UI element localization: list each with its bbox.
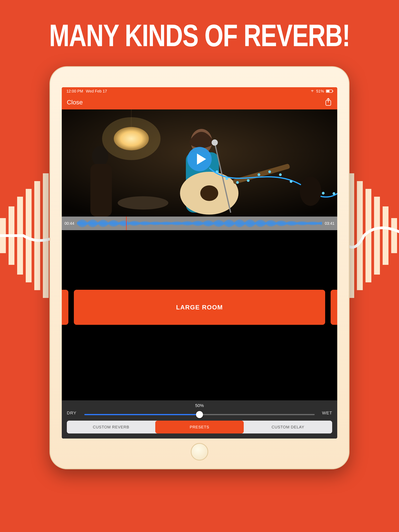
svg-rect-8 [366, 189, 371, 282]
svg-rect-9 [374, 197, 380, 275]
svg-point-34 [279, 173, 282, 176]
mix-slider-wet-label: WET [322, 411, 332, 416]
svg-point-35 [290, 180, 292, 183]
svg-point-33 [268, 170, 271, 173]
status-time: 12:00 PM [66, 89, 83, 94]
svg-point-28 [216, 170, 219, 173]
preset-prev-peek[interactable] [62, 290, 68, 325]
mode-segment-0[interactable]: CUSTOM REVERB [67, 421, 155, 433]
play-icon[interactable] [187, 146, 212, 172]
svg-rect-7 [357, 181, 363, 290]
svg-rect-5 [43, 173, 49, 298]
mix-slider-thumb[interactable] [196, 411, 203, 418]
mode-segmented-control[interactable]: CUSTOM REVERBPRESETSCUSTOM DELAY [67, 421, 332, 433]
preset-next-peek[interactable] [331, 290, 337, 325]
share-icon[interactable] [324, 98, 332, 107]
svg-rect-10 [383, 206, 388, 265]
preset-card-current[interactable]: LARGE ROOM [74, 290, 325, 325]
mix-slider-dry-label: DRY [67, 411, 76, 416]
audio-timeline[interactable]: 00:44 03:41 [62, 216, 337, 230]
preset-card-label: LARGE ROOM [176, 304, 223, 311]
headline: MANY KINDS OF REVERB! [44, 18, 355, 53]
svg-point-32 [257, 173, 260, 176]
close-button[interactable]: Close [67, 99, 83, 106]
svg-rect-1 [9, 206, 14, 265]
battery-icon [326, 89, 333, 93]
status-bar: 12:00 PM Wed Feb 17 51% [62, 87, 337, 95]
timeline-total-time: 03:41 [322, 221, 337, 226]
svg-point-20 [118, 196, 168, 209]
svg-rect-19 [90, 164, 112, 216]
svg-point-40 [300, 177, 321, 206]
svg-point-29 [225, 177, 228, 180]
timeline-current-time: 00:44 [62, 221, 77, 226]
svg-point-18 [92, 146, 108, 166]
mode-segment-1[interactable]: PRESETS [155, 421, 244, 433]
mix-slider-fill [84, 414, 200, 415]
bottom-control-panel: 50% DRY WET CUSTOM REVERBPRESETSCUSTOM D… [62, 400, 337, 438]
mix-slider-value: 50% [195, 403, 204, 408]
svg-point-30 [236, 181, 239, 184]
app-screen: 12:00 PM Wed Feb 17 51% Close [62, 87, 337, 438]
waveform-strip[interactable] [77, 219, 322, 228]
home-button[interactable] [191, 443, 208, 461]
wifi-icon [310, 89, 314, 94]
svg-rect-3 [26, 189, 32, 282]
status-date: Wed Feb 17 [86, 89, 107, 94]
svg-point-24 [200, 185, 218, 201]
svg-rect-2 [17, 197, 23, 275]
playhead[interactable] [126, 216, 127, 230]
svg-rect-4 [34, 181, 40, 290]
svg-point-31 [247, 179, 250, 182]
svg-point-27 [212, 139, 218, 146]
status-battery-pct: 51% [316, 89, 324, 94]
mix-slider-row: 50% DRY WET [67, 403, 332, 421]
ipad-device: 12:00 PM Wed Feb 17 51% Close [50, 66, 349, 469]
svg-point-17 [102, 117, 161, 160]
preset-carousel[interactable]: LARGE ROOM [62, 290, 337, 325]
promo-stage: MANY KINDS OF REVERB! [0, 0, 399, 532]
video-preview[interactable] [62, 109, 337, 216]
svg-point-39 [333, 192, 335, 195]
svg-rect-0 [0, 218, 6, 253]
svg-rect-11 [391, 218, 397, 253]
navbar: Close [62, 95, 337, 109]
svg-point-38 [322, 192, 325, 195]
mode-segment-2[interactable]: CUSTOM DELAY [244, 421, 332, 433]
mix-slider[interactable] [84, 412, 315, 418]
